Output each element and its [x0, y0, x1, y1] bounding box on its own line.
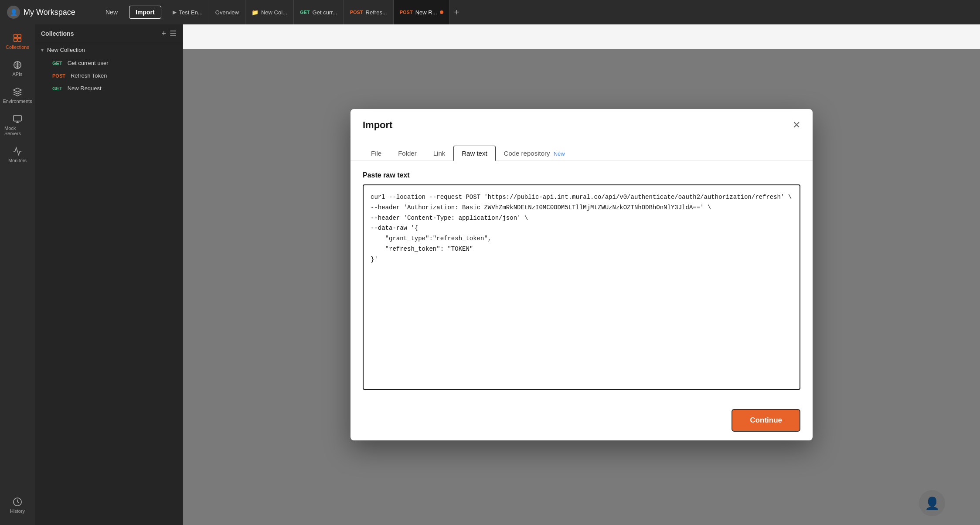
- svg-rect-1: [18, 34, 21, 38]
- new-button[interactable]: New: [99, 6, 124, 18]
- method-badge-post: POST: [51, 73, 67, 79]
- tab-folder[interactable]: Folder: [390, 146, 425, 161]
- avatar: 👤: [7, 6, 20, 19]
- sidebar-item-monitors[interactable]: Monitors: [2, 142, 33, 167]
- request-new-request[interactable]: GET New Request: [35, 82, 183, 95]
- tab-label: New Col...: [261, 9, 287, 16]
- collection-name: New Collection: [47, 47, 85, 53]
- import-button[interactable]: Import: [129, 6, 161, 19]
- svg-rect-3: [18, 38, 21, 41]
- modal-tabs: File Folder Link Raw text Code repositor…: [350, 138, 813, 161]
- tab-file[interactable]: File: [363, 146, 390, 161]
- tab-test-env[interactable]: ▶ Test En...: [167, 0, 209, 24]
- main-layout: Collections APIs Environments Mock Ser: [0, 24, 980, 525]
- request-refresh-token[interactable]: POST Refresh Token: [35, 69, 183, 82]
- modal-title: Import: [363, 119, 392, 131]
- request-label: New Request: [68, 85, 102, 92]
- tab-label: Overview: [215, 9, 239, 16]
- sidebar-apis-label: APIs: [12, 72, 22, 77]
- collections-title: Collections: [41, 30, 74, 37]
- new-badge: New: [554, 150, 565, 157]
- tab-method-badge: POST: [350, 10, 363, 15]
- modal-body: Paste raw text curl --location --request…: [350, 161, 813, 400]
- sidebar-item-history[interactable]: History: [2, 493, 33, 518]
- tab-label: Get curr...: [313, 9, 337, 16]
- workspace-name: My Workspace: [24, 8, 75, 17]
- sidebar-item-apis[interactable]: APIs: [2, 56, 33, 81]
- raw-text-input[interactable]: curl --location --request POST 'https://…: [363, 184, 800, 390]
- svg-rect-2: [14, 38, 17, 41]
- method-badge-get: GET: [51, 60, 64, 66]
- paste-raw-text-label: Paste raw text: [363, 171, 800, 179]
- sidebar-icons: Collections APIs Environments Mock Ser: [0, 24, 35, 525]
- tab-play-icon: ▶: [173, 9, 177, 15]
- tab-unsaved-dot: [440, 10, 443, 14]
- tab-refresh[interactable]: POST Refres...: [344, 0, 394, 24]
- collections-panel: Collections + ☰ ▾ New Collection GET Get…: [35, 24, 183, 525]
- tab-label: New R...: [415, 9, 437, 16]
- tab-label: Test En...: [179, 9, 203, 16]
- main-content: Import ✕ File Folder Link Raw text Code …: [183, 24, 980, 525]
- tab-link[interactable]: Link: [425, 146, 454, 161]
- collections-actions: + ☰: [161, 29, 177, 38]
- tab-method-badge: POST: [400, 10, 413, 15]
- request-get-current-user[interactable]: GET Get current user: [35, 57, 183, 69]
- sidebar-item-mock-servers[interactable]: Mock Servers: [2, 110, 33, 140]
- svg-rect-0: [14, 34, 17, 38]
- continue-button[interactable]: Continue: [732, 409, 800, 432]
- tab-overview[interactable]: Overview: [209, 0, 245, 24]
- svg-rect-5: [14, 116, 21, 121]
- tab-new-request[interactable]: POST New R...: [394, 0, 450, 24]
- sidebar-item-environments[interactable]: Environments: [2, 83, 33, 108]
- filter-collections-button[interactable]: ☰: [170, 29, 177, 38]
- sidebar-history-label: History: [10, 508, 25, 514]
- import-modal: Import ✕ File Folder Link Raw text Code …: [350, 109, 813, 440]
- tab-label: Refres...: [366, 9, 387, 16]
- sidebar-collections-label: Collections: [6, 44, 29, 50]
- tab-get-current[interactable]: GET Get curr...: [294, 0, 344, 24]
- modal-footer: Continue: [350, 400, 813, 440]
- collection-new-collection[interactable]: ▾ New Collection: [35, 43, 183, 57]
- tab-raw-text[interactable]: Raw text: [453, 146, 495, 161]
- workspace-label: 👤 My Workspace: [7, 6, 94, 19]
- add-tab-button[interactable]: +: [450, 7, 464, 17]
- request-label: Refresh Token: [71, 72, 107, 79]
- modal-close-button[interactable]: ✕: [793, 119, 800, 131]
- tabs-bar: ▶ Test En... Overview 📁 New Col... GET G…: [167, 0, 973, 24]
- tab-new-col[interactable]: 📁 New Col...: [245, 0, 294, 24]
- add-collection-button[interactable]: +: [161, 29, 166, 38]
- topbar: 👤 My Workspace New Import ▶ Test En... O…: [0, 0, 980, 24]
- request-label: Get current user: [68, 60, 109, 66]
- method-badge-get: GET: [51, 85, 64, 92]
- collections-header: Collections + ☰: [35, 24, 183, 43]
- tab-folder-icon: 📁: [252, 9, 259, 16]
- tab-code-repository[interactable]: Code repository New: [496, 146, 573, 161]
- tab-method-badge: GET: [300, 10, 310, 15]
- sidebar-environments-label: Environments: [3, 99, 32, 104]
- sidebar-monitors-label: Monitors: [8, 158, 27, 163]
- sidebar-mock-servers-label: Mock Servers: [4, 126, 31, 136]
- chevron-down-icon: ▾: [41, 47, 44, 53]
- modal-header: Import ✕: [350, 109, 813, 138]
- sidebar-item-collections[interactable]: Collections: [2, 29, 33, 54]
